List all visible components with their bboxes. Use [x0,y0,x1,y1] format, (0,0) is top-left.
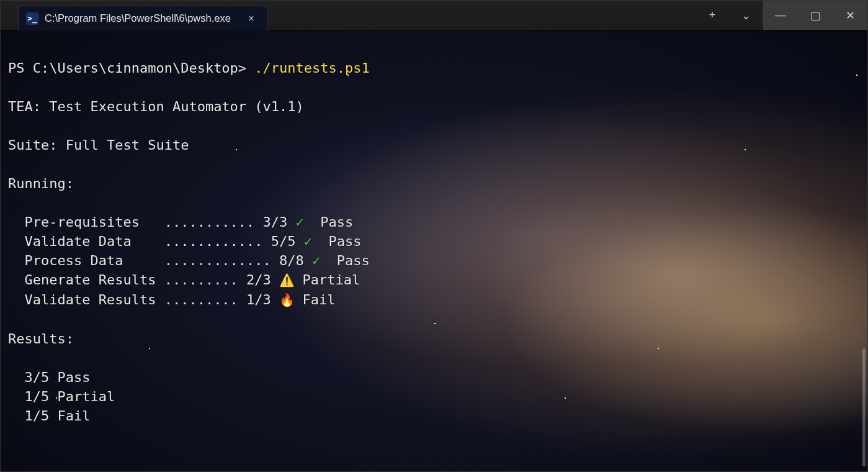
dots: ............. [164,253,279,268]
test-score: 8/8 [279,253,312,268]
powershell-icon: >_ [26,12,38,25]
tab-active[interactable]: >_ C:\Program Files\PowerShell\6\pwsh.ex… [18,6,267,30]
test-row: Process Data ............. 8/8 ✓ Pass [8,251,861,270]
result-line: 1/5 Partial [8,387,861,406]
test-status: Fail [294,292,335,307]
check-icon: ✓ [304,232,320,251]
terminal-window: >_ C:\Program Files\PowerShell\6\pwsh.ex… [0,0,868,472]
test-name: Pre-requisites [24,214,164,230]
result-line: 1/5 Fail [8,406,861,425]
check-icon: ✓ [312,251,328,270]
dots: ........... [164,214,263,230]
test-status: Pass [320,234,361,249]
test-row: Validate Data ............ 5/5 ✓ Pass [8,232,861,251]
prompt-line: PS C:\Users\cinnamon\Desktop> ./runtests… [8,58,861,78]
test-score: 2/3 [246,272,279,288]
test-row: Generate Results ......... 2/3 ⚠️ Partia… [8,270,861,290]
terminal-body[interactable]: PS C:\Users\cinnamon\Desktop> ./runtests… [1,30,867,472]
scrollbar-thumb[interactable] [862,348,866,466]
dots: ............ [164,234,271,249]
output-line: Running: [8,174,861,193]
titlebar: >_ C:\Program Files\PowerShell\6\pwsh.ex… [1,1,867,30]
dots: ......... [164,272,246,288]
test-status: Pass [329,253,370,268]
output-line: Results: [8,329,861,348]
test-status: Partial [294,272,360,288]
dots: ......... [164,292,246,307]
output-line: Suite: Full Test Suite [8,135,861,155]
warning-icon: ⚠️ [279,271,294,290]
window-caption-buttons: — ▢ ✕ [763,1,867,30]
new-tab-button[interactable]: + [696,1,729,30]
tab-close-button[interactable]: × [246,13,257,24]
fire-icon: 🔥 [279,291,294,310]
prompt: PS C:\Users\cinnamon\Desktop> [8,60,254,76]
output-line: TEA: Test Execution Automator (v1.1) [8,97,861,116]
test-score: 5/5 [271,234,304,249]
test-name: Validate Results [24,292,164,307]
test-name: Generate Results [24,272,164,288]
test-row: Validate Results ......... 1/3 🔥 Fail [8,290,861,310]
window-close-button[interactable]: ✕ [833,1,867,30]
test-score: 3/3 [263,214,296,230]
test-score: 1/3 [246,292,279,307]
test-status: Pass [312,214,353,230]
entered-command: ./runtests.ps1 [254,60,369,76]
tab-title: C:\Program Files\PowerShell\6\pwsh.exe [45,12,231,24]
maximize-button[interactable]: ▢ [798,1,833,30]
test-name: Process Data [24,253,164,268]
check-icon: ✓ [296,212,312,232]
tab-dropdown-button[interactable]: ⌄ [729,1,763,30]
test-name: Validate Data [24,234,164,249]
titlebar-controls: + ⌄ — ▢ ✕ [696,1,867,30]
blank-line [8,445,861,464]
minimize-button[interactable]: — [763,1,798,30]
test-row: Pre-requisites ........... 3/3 ✓ Pass [8,212,861,232]
result-line: 3/5 Pass [8,368,861,387]
